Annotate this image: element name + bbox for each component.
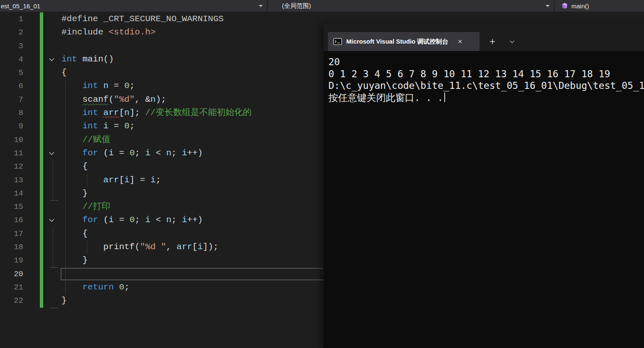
console-output: 20 0 1 2 3 4 5 6 7 8 9 10 11 12 13 14 15… bbox=[323, 51, 644, 104]
code-text: for (i = 0; i < n; i++) bbox=[61, 213, 203, 227]
dropdown-arrow-icon bbox=[259, 5, 263, 7]
change-tracking-bar bbox=[40, 240, 43, 254]
change-tracking-bar bbox=[40, 147, 43, 160]
indent-guide bbox=[87, 240, 87, 254]
line-number: 12 bbox=[0, 160, 23, 173]
change-tracking-bar bbox=[40, 26, 43, 39]
line-number: 22 bbox=[0, 294, 23, 307]
new-tab-button[interactable]: + bbox=[486, 35, 499, 48]
change-tracking-bar bbox=[40, 174, 43, 187]
line-number: 9 bbox=[0, 120, 23, 133]
member-label: main() bbox=[571, 2, 589, 10]
fold-chevron-icon[interactable] bbox=[47, 147, 56, 160]
console-line: D:\c_yuyan\code\bite_11.c\test_05_16_01\… bbox=[328, 80, 644, 92]
line-number: 19 bbox=[0, 254, 23, 267]
member-dropdown[interactable]: main() bbox=[555, 0, 644, 12]
change-tracking-bar bbox=[40, 53, 43, 66]
console-tab-title: Microsoft Visual Studio 调试控制台 bbox=[346, 38, 453, 46]
change-tracking-bar bbox=[40, 39, 43, 53]
line-number: 2 bbox=[0, 26, 23, 39]
code-text: int main() bbox=[61, 53, 114, 66]
chevron-down-icon bbox=[509, 39, 515, 44]
change-tracking-bar bbox=[40, 213, 43, 227]
line-number: 4 bbox=[0, 53, 23, 66]
project-scope-dropdown[interactable]: est_05_16_01 bbox=[0, 0, 267, 12]
code-text: arr[i] = i; bbox=[61, 174, 161, 187]
console-tab[interactable]: Microsoft Visual Studio 调试控制台 ✕ bbox=[328, 32, 480, 51]
console-line: 按任意键关闭此窗口. . . bbox=[328, 92, 644, 104]
change-tracking-bar bbox=[40, 200, 43, 213]
change-tracking-bar bbox=[40, 160, 43, 173]
code-text: } bbox=[61, 294, 67, 307]
indent-guide bbox=[65, 80, 66, 294]
tab-dropdown-button[interactable] bbox=[505, 35, 519, 48]
cmd-icon bbox=[333, 37, 342, 46]
text-cursor bbox=[444, 93, 445, 102]
change-tracking-bar bbox=[40, 187, 43, 200]
change-tracking-bar bbox=[40, 106, 43, 120]
fold-outline-line bbox=[53, 227, 53, 267]
scope-label: (全局范围) bbox=[282, 2, 311, 10]
fold-outline-end bbox=[50, 200, 58, 201]
line-number: 3 bbox=[0, 39, 23, 53]
line-number: 7 bbox=[0, 93, 23, 106]
line-number: 21 bbox=[0, 281, 23, 294]
code-text: //打印 bbox=[61, 200, 110, 213]
fold-outline-line bbox=[53, 160, 53, 200]
change-tracking-bar bbox=[40, 281, 43, 294]
line-number: 11 bbox=[0, 147, 23, 160]
line-number: 6 bbox=[0, 79, 23, 93]
change-tracking-bar bbox=[40, 120, 43, 133]
code-text: int i = 0; bbox=[61, 120, 135, 133]
console-line: 0 1 2 3 4 5 6 7 8 9 10 11 12 13 14 15 16… bbox=[328, 68, 644, 80]
line-number: 17 bbox=[0, 227, 23, 240]
code-text: scanf("%d", &n); bbox=[61, 93, 166, 106]
code-text: printf("%d ", arr[i]); bbox=[61, 240, 218, 254]
line-number: 10 bbox=[0, 133, 23, 147]
project-scope-label: est_05_16_01 bbox=[1, 2, 40, 10]
change-tracking-bar bbox=[40, 267, 43, 281]
line-number: 15 bbox=[0, 200, 23, 213]
fold-outline-end bbox=[50, 308, 58, 308]
change-tracking-bar bbox=[40, 227, 43, 240]
line-number: 18 bbox=[0, 240, 23, 254]
change-tracking-bar bbox=[40, 12, 43, 26]
line-number: 16 bbox=[0, 213, 23, 227]
console-prompt-text: 按任意键关闭此窗口. . . bbox=[328, 92, 443, 103]
close-tab-icon[interactable]: ✕ bbox=[458, 38, 463, 45]
code-text: int n = 0; bbox=[61, 79, 135, 93]
code-text: for (i = 0; i < n; i++) bbox=[61, 147, 203, 160]
code-text: { bbox=[61, 66, 67, 79]
change-tracking-bar bbox=[40, 79, 43, 93]
line-number: 5 bbox=[0, 66, 23, 79]
dropdown-arrow-icon bbox=[546, 5, 550, 7]
debug-console-window[interactable]: Microsoft Visual Studio 调试控制台 ✕ + 20 0 1… bbox=[323, 24, 644, 348]
line-number: 1 bbox=[0, 12, 23, 26]
line-number: 13 bbox=[0, 174, 23, 187]
code-text: //赋值 bbox=[61, 133, 110, 147]
change-tracking-bar bbox=[40, 133, 43, 147]
line-number: 20 bbox=[0, 267, 23, 281]
change-tracking-bar bbox=[40, 66, 43, 79]
scope-dropdown[interactable]: (全局范围) bbox=[268, 0, 553, 12]
console-line: 20 bbox=[328, 56, 644, 68]
code-text: #include <stdio.h> bbox=[61, 26, 156, 39]
change-tracking-bar bbox=[40, 254, 43, 267]
method-cube-icon bbox=[561, 2, 568, 9]
symbol-navigation-bar: est_05_16_01 (全局范围) main() bbox=[0, 0, 644, 12]
fold-outline-end bbox=[50, 267, 58, 268]
change-tracking-bar bbox=[40, 294, 43, 307]
indent-guide bbox=[87, 174, 87, 187]
console-tab-bar: Microsoft Visual Studio 调试控制台 ✕ + bbox=[323, 24, 644, 51]
line-number: 14 bbox=[0, 187, 23, 200]
code-text: return 0; bbox=[61, 281, 130, 294]
line-number: 8 bbox=[0, 106, 23, 120]
code-text: int arr[n]; //变长数组是不能初始化的 bbox=[61, 106, 252, 120]
code-text: #define _CRT_SECURE_NO_WARNINGS bbox=[61, 12, 224, 26]
change-tracking-bar bbox=[40, 93, 43, 106]
fold-chevron-icon[interactable] bbox=[47, 53, 56, 66]
fold-chevron-icon[interactable] bbox=[47, 213, 56, 227]
